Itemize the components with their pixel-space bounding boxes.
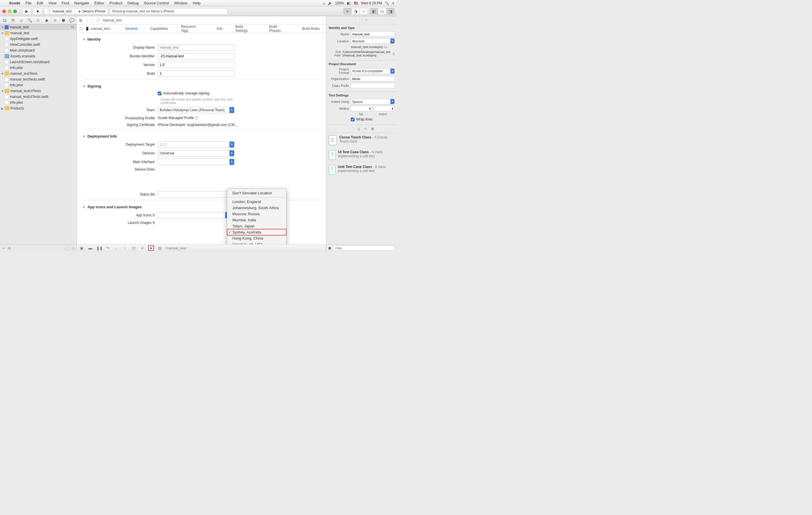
library-filter-input[interactable] [333,246,395,251]
project-format-select[interactable]: Xcode 8.0-compatible⇅ [351,69,395,74]
main-interface-select[interactable]: ⇅ [158,159,234,165]
quickhelp-inspector-icon[interactable]: ? [366,19,367,22]
tree-item[interactable]: ▼manual_testTests [0,71,77,77]
insp-location-select[interactable]: Absolute⇅ [351,38,395,44]
location-item[interactable]: Mumbai, India [227,217,286,223]
standard-editor-icon[interactable]: ≡ [344,8,352,15]
step-over-icon[interactable]: ↷ [105,246,110,250]
project-tree[interactable]: ▼ manual_test M ▼manual_testAppDelegate.… [0,24,77,244]
menu-help[interactable]: Help [190,1,203,5]
tree-item[interactable]: AppDelegate.swift [0,36,77,42]
step-out-icon[interactable]: ↑ [122,246,127,250]
debug-view-icon[interactable]: ◫ [131,246,136,250]
menu-product[interactable]: Product [107,1,125,5]
simulate-location-button[interactable]: ➤ [148,246,154,250]
library-item[interactable]: CCocoa Touch Class - A Cocoa Touch class [326,133,397,148]
tree-item[interactable]: Info.plist [0,65,77,71]
indent-using-select[interactable]: Spaces⇅ [351,99,395,104]
location-item[interactable]: Tokyo, Japan [227,223,286,229]
toggle-navigator-icon[interactable]: ◧ [370,8,378,15]
location-item[interactable]: Hong Kong, China [227,235,286,241]
insp-name-field[interactable] [351,31,395,37]
filter-scope-icon[interactable]: ⊚ [8,246,11,250]
tab-width-stepper[interactable] [351,106,372,111]
library-item[interactable]: TUI Test Case Class - A class implementi… [326,148,397,162]
menu-file[interactable]: File [23,1,34,5]
scheme-selector[interactable]: 📄 manual_test 〉 ● blesiv's iPhone [44,8,108,15]
debug-nav-icon[interactable]: ⎋ [52,18,58,23]
app-menu[interactable]: Xcode [6,1,23,5]
file-template-lib-icon[interactable]: 📄 [350,127,354,131]
breakpoint-nav-icon[interactable]: ⬢ [61,18,66,23]
toggle-utilities-icon[interactable]: ◨ [386,8,395,15]
find-nav-icon[interactable]: 🔍 [27,18,32,23]
pause-icon[interactable]: ❚❚ [96,246,102,250]
bundle-id-field[interactable] [158,53,234,59]
wifi-icon[interactable]: ⏚ [323,1,325,5]
status-bar-select[interactable]: ⇅ [158,191,234,197]
media-lib-icon[interactable]: ▦ [371,127,374,131]
project-navigator-icon[interactable]: 🗂 [2,18,7,23]
object-lib-icon[interactable]: ◎ [364,127,367,131]
organization-field[interactable] [351,76,395,81]
tree-item[interactable]: manual_testTests.swift [0,77,77,82]
menu-view[interactable]: View [46,1,59,5]
symbol-nav-icon[interactable]: ◇ [19,18,24,23]
scm-filter-icon[interactable]: ◇ [72,246,75,250]
deployment-target-select[interactable]: 11.2⇅ [158,141,234,148]
general-editor-scroll[interactable]: ▼Identity Display Name Bundle Identifier… [77,33,326,244]
menu-source-control[interactable]: Source Control [141,1,172,5]
window-close-button[interactable] [2,9,6,13]
reveal-finder-icon[interactable]: ➲ [392,52,395,56]
editor-mode-segmented[interactable]: ≡ ◑ ↔ [343,8,368,15]
library-item[interactable]: TUnit Test Case Class - A class implemen… [326,162,397,177]
window-minimize-button[interactable] [8,9,11,13]
tab-general[interactable]: General [119,24,144,33]
report-nav-icon[interactable]: 💬 [69,18,75,23]
source-control-nav-icon[interactable]: ⧉ [10,18,16,23]
wrap-lines-checkbox[interactable]: Wrap lines [351,117,372,121]
indent-width-stepper[interactable] [373,106,395,111]
nav-back-icon[interactable]: 〈 [85,18,88,23]
menu-find[interactable]: Find [59,1,71,5]
section-deployment-header[interactable]: ▼Deployment Info [83,134,320,138]
memory-graph-icon[interactable]: ⚛ [140,246,145,250]
tab-capabilities[interactable]: Capabilities [144,24,174,33]
file-inspector-icon[interactable]: 📄 [356,18,360,22]
process-picker-icon[interactable]: ▤ [157,246,162,250]
menu-debug[interactable]: Debug [125,1,141,5]
tree-item[interactable]: manual_testUITests.swift [0,94,77,100]
hide-debug-icon[interactable]: ▣ [79,246,84,250]
breakpoints-toggle-icon[interactable]: ▬ [88,246,93,250]
tab-build-phases[interactable]: Build Phases [263,24,296,33]
location-item[interactable]: London, England [227,199,286,205]
section-identity-header[interactable]: ▼Identity [83,37,320,42]
debug-process-name[interactable]: manual_test [166,246,186,250]
nav-forward-icon[interactable]: 〉 [90,18,94,23]
assistant-editor-icon[interactable]: ◑ [352,8,360,15]
tree-item[interactable]: ▶Products [0,105,77,111]
tab-info[interactable]: Info [210,24,229,33]
tree-item[interactable]: ▼manual_testUITests [0,88,77,94]
stop-button[interactable]: ■ [33,8,42,15]
location-item[interactable]: Johannesburg, South Africa [227,205,286,211]
tab-build-settings[interactable]: Build Settings [229,24,263,33]
add-button-icon[interactable]: ＋ [2,246,5,251]
jump-bar[interactable]: ▦ 〈 〉 📄 manual_test [77,16,326,24]
appicons-select[interactable]: ⇅ [158,212,230,218]
spotlight-icon[interactable]: 🔍 [385,1,389,5]
related-items-icon[interactable]: ▦ [79,18,82,22]
toggle-debug-icon[interactable]: ▭ [378,8,386,15]
tree-item[interactable]: Assets.xcassets [0,53,77,59]
location-item[interactable]: Moscow, Russia [227,211,286,217]
menu-window[interactable]: Window [172,1,190,5]
window-zoom-button[interactable] [13,9,17,13]
tree-item[interactable]: LaunchScreen.storyboard [0,59,77,65]
test-nav-icon[interactable]: ◆ [44,18,50,23]
menu-edit[interactable]: Edit [34,1,46,5]
version-field[interactable] [158,62,234,68]
auto-signing-checkbox[interactable]: Automatically manage signing [158,91,209,95]
location-item[interactable]: Sydney, Australia [227,229,286,235]
tree-item[interactable]: Info.plist [0,100,77,105]
menu-editor[interactable]: Editor [92,1,107,5]
